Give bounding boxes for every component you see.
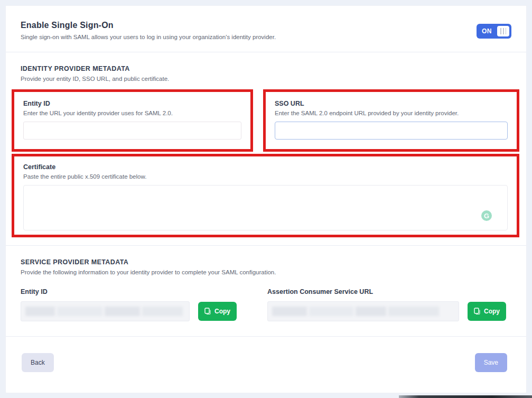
- page-subtitle: Single sign-on with SAML allows your use…: [21, 34, 276, 40]
- window-edge-artifact: [399, 395, 532, 398]
- certificate-label: Certificate: [23, 163, 508, 171]
- redacted-text: [105, 307, 140, 316]
- sp-section-heading: SERVICE PROVIDER METADATA: [21, 258, 511, 266]
- copy-icon: [474, 308, 480, 315]
- copy-icon: [204, 308, 211, 315]
- sso-url-description: Enter the SAML 2.0 endpoint URL provided…: [275, 110, 508, 116]
- redacted-text: [25, 307, 55, 316]
- back-button[interactable]: Back: [22, 353, 54, 372]
- sp-entity-id-row: Copy: [21, 301, 237, 321]
- sso-url-input[interactable]: [275, 122, 508, 140]
- redacted-text: [388, 307, 439, 316]
- header-text: Enable Single Sign-On Single sign-on wit…: [21, 21, 276, 40]
- copy-entity-id-button[interactable]: Copy: [198, 302, 237, 321]
- entity-id-description: Enter the URL your identity provider use…: [23, 110, 241, 116]
- toggle-on-label: ON: [482, 27, 492, 35]
- idp-section-heading: IDENTITY PROVIDER METADATA: [21, 65, 511, 72]
- redacted-text: [272, 307, 307, 316]
- sp-entity-id-group: Entity ID: [21, 288, 237, 321]
- sp-metadata-section: SERVICE PROVIDER METADATA Provide the fo…: [6, 246, 526, 321]
- acs-url-value-redacted[interactable]: [267, 301, 459, 321]
- certificate-textarea[interactable]: [23, 185, 508, 230]
- sp-entity-id-label: Entity ID: [21, 288, 237, 295]
- redacted-text: [356, 307, 386, 316]
- annotation-box-sso-url: SSO URL Enter the SAML 2.0 endpoint URL …: [263, 89, 519, 152]
- card-footer: Back Save: [6, 337, 526, 372]
- acs-url-label: Assertion Consumer Service URL: [267, 288, 506, 295]
- copy-button-label: Copy: [484, 308, 500, 315]
- grammarly-icon[interactable]: G: [481, 210, 492, 221]
- entity-id-label: Entity ID: [23, 100, 241, 107]
- sp-section-subheading: Provide the following information to you…: [21, 269, 511, 275]
- annotation-box-entity-id: Entity ID Enter the URL your identity pr…: [12, 89, 253, 152]
- copy-button-label: Copy: [214, 308, 230, 315]
- sso-settings-card: Enable Single Sign-On Single sign-on wit…: [5, 5, 527, 393]
- card-header: Enable Single Sign-On Single sign-on wit…: [6, 6, 526, 52]
- sso-url-label: SSO URL: [275, 100, 508, 107]
- certificate-description: Paste the entire public x.509 certificat…: [23, 173, 508, 180]
- sp-columns: Entity ID: [21, 288, 511, 321]
- grip-lines-icon: [500, 28, 506, 34]
- entity-id-input[interactable]: [23, 122, 241, 140]
- save-button[interactable]: Save: [475, 353, 507, 372]
- redacted-text: [309, 307, 353, 316]
- redacted-text: [57, 307, 102, 316]
- annotation-box-certificate: Certificate Paste the entire public x.50…: [12, 154, 519, 237]
- redacted-text: [142, 307, 183, 316]
- sso-toggle[interactable]: ON: [477, 24, 511, 39]
- page-title: Enable Single Sign-On: [21, 21, 276, 30]
- idp-fields-row: Entity ID Enter the URL your identity pr…: [12, 89, 519, 152]
- sp-entity-id-value-redacted[interactable]: [21, 301, 190, 321]
- toggle-knob[interactable]: [497, 26, 509, 36]
- sp-acs-url-group: Assertion Consumer Service URL: [267, 288, 506, 321]
- sp-acs-url-row: Copy: [267, 301, 506, 321]
- copy-acs-url-button[interactable]: Copy: [468, 302, 506, 321]
- idp-section-subheading: Provide your entity ID, SSO URL, and pub…: [21, 76, 511, 82]
- idp-metadata-section: IDENTITY PROVIDER METADATA Provide your …: [6, 52, 526, 82]
